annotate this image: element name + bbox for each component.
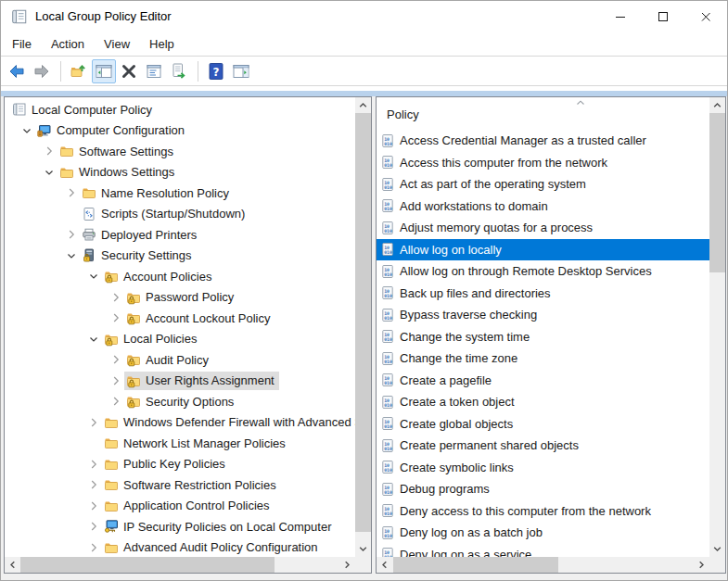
tree-expander-expanded[interactable] bbox=[84, 332, 102, 347]
tree-item-password-policy[interactable]: Password Policy bbox=[5, 287, 355, 309]
tree-expander-collapsed[interactable] bbox=[84, 415, 102, 430]
policy-item-change-the-system-time[interactable]: Change the system time bbox=[377, 326, 709, 348]
tree-expander-collapsed[interactable] bbox=[40, 144, 57, 158]
policy-item-create-a-pagefile[interactable]: Create a pagefile bbox=[377, 370, 709, 392]
tree-item-local-policies[interactable]: Local Policies bbox=[5, 329, 355, 350]
tree-horizontal-scrollbar[interactable] bbox=[5, 557, 355, 573]
policy-item-deny-log-on-as-a-service[interactable]: Deny log on as a service bbox=[377, 544, 709, 558]
toolbar-delete-button[interactable] bbox=[117, 59, 141, 83]
tree-expander-collapsed[interactable] bbox=[84, 477, 102, 492]
close-button[interactable] bbox=[684, 1, 727, 32]
policy-item-deny-log-on-as-a-batch-job[interactable]: Deny log on as a batch job bbox=[377, 522, 709, 544]
menu-help[interactable]: Help bbox=[149, 37, 174, 51]
policy-item-allow-log-on-through-remote-desktop-services[interactable]: Allow log on through Remote Desktop Serv… bbox=[377, 260, 709, 283]
scroll-down-button[interactable] bbox=[709, 541, 725, 557]
tree-expander-collapsed[interactable] bbox=[84, 519, 102, 534]
scroll-left-button[interactable] bbox=[5, 557, 20, 573]
policy-item-create-symbolic-links[interactable]: Create symbolic links bbox=[377, 457, 709, 479]
app-scroll-icon[interactable] bbox=[11, 8, 28, 25]
policy-item-adjust-memory-quotas-for-a-process[interactable]: Adjust memory quotas for a process bbox=[377, 217, 709, 239]
tree-item-computer-configuration[interactable]: Computer Configuration bbox=[5, 120, 355, 142]
chevron-left-icon bbox=[5, 557, 20, 573]
tree-item-ip-security-policies-on-local-computer[interactable]: IP Security Policies on Local Computer bbox=[5, 516, 355, 537]
list-horizontal-scrollbar[interactable] bbox=[377, 557, 709, 573]
tree-expander-collapsed[interactable] bbox=[62, 227, 80, 242]
toolbar-show-action-pane-button[interactable] bbox=[229, 59, 253, 83]
tree-expander-expanded[interactable] bbox=[62, 248, 80, 263]
tree-expander-collapsed[interactable] bbox=[107, 310, 124, 325]
tree-item-security-options[interactable]: Security Options bbox=[5, 391, 355, 412]
scroll-right-button[interactable] bbox=[339, 557, 355, 573]
tree-item-audit-policy[interactable]: Audit Policy bbox=[5, 349, 355, 371]
policy-item-allow-log-on-locally[interactable]: Allow log on locally bbox=[377, 239, 709, 261]
tree-item-name-resolution-policy[interactable]: Name Resolution Policy bbox=[5, 183, 355, 204]
menu-action[interactable]: Action bbox=[51, 37, 84, 51]
minimize-button[interactable] bbox=[599, 1, 642, 32]
tree-expander-collapsed[interactable] bbox=[107, 373, 124, 388]
tree-item-local-computer-policy[interactable]: Local Computer Policy bbox=[5, 99, 355, 120]
tree-item-box: Network List Manager Policies bbox=[102, 434, 290, 452]
policy-item-act-as-part-of-the-operating-system[interactable]: Act as part of the operating system bbox=[377, 173, 709, 196]
chevron-down-icon bbox=[86, 332, 101, 347]
toolbar-back-button[interactable] bbox=[5, 59, 29, 83]
tree-expander-expanded[interactable] bbox=[84, 269, 102, 284]
tree-item-network-list-manager-policies[interactable]: Network List Manager Policies bbox=[5, 433, 355, 454]
tree-item-advanced-audit-policy-configuration[interactable]: Advanced Audit Policy Configuration bbox=[5, 537, 355, 558]
toolbar-properties-button[interactable] bbox=[142, 59, 166, 83]
toolbar-help-button[interactable] bbox=[204, 59, 228, 83]
policy-item-create-global-objects[interactable]: Create global objects bbox=[377, 413, 709, 436]
tree-expander-expanded[interactable] bbox=[40, 165, 57, 180]
tree-item-account-lockout-policy[interactable]: Account Lockout Policy bbox=[5, 308, 355, 329]
policy-item-deny-access-to-this-computer-from-the-network[interactable]: Deny access to this computer from the ne… bbox=[377, 500, 709, 523]
policy-item-access-credential-manager-as-a-trusted-caller[interactable]: Access Credential Manager as a trusted c… bbox=[377, 130, 709, 152]
toolbar-forward-button[interactable] bbox=[30, 59, 54, 83]
tree-expander-collapsed[interactable] bbox=[62, 185, 80, 200]
tree-expander-collapsed[interactable] bbox=[107, 352, 124, 367]
tree-item-security-settings[interactable]: Security Settings bbox=[5, 246, 355, 267]
scroll-up-button[interactable] bbox=[709, 97, 725, 113]
tree-item-account-policies[interactable]: Account Policies bbox=[5, 266, 355, 287]
tree-item-deployed-printers[interactable]: Deployed Printers bbox=[5, 224, 355, 246]
tree-vertical-scrollbar[interactable] bbox=[355, 97, 371, 557]
scrollbar-thumb[interactable] bbox=[709, 113, 725, 272]
toolbar-export-list-button[interactable] bbox=[167, 59, 191, 83]
scrollbar-thumb[interactable] bbox=[393, 557, 558, 573]
window-title: Local Group Policy Editor bbox=[35, 9, 172, 23]
menu-bar: FileActionViewHelp bbox=[1, 32, 727, 57]
policy-item-change-the-time-zone[interactable]: Change the time zone bbox=[377, 347, 709, 370]
tree-expander-collapsed[interactable] bbox=[84, 499, 102, 513]
scrollbar-thumb[interactable] bbox=[20, 557, 275, 573]
menu-file[interactable]: File bbox=[12, 37, 32, 51]
tree-item-public-key-policies[interactable]: Public Key Policies bbox=[5, 454, 355, 475]
policy-column-header[interactable]: Policy bbox=[377, 97, 709, 130]
tree-expander-expanded[interactable] bbox=[18, 123, 35, 138]
tree-item-software-restriction-policies[interactable]: Software Restriction Policies bbox=[5, 474, 355, 496]
scroll-up-button[interactable] bbox=[355, 97, 371, 113]
tree-expander-collapsed[interactable] bbox=[84, 540, 102, 555]
scroll-down-button[interactable] bbox=[355, 541, 371, 557]
toolbar-up-one-level-button[interactable] bbox=[67, 59, 91, 83]
tree-item-user-rights-assignment[interactable]: User Rights Assignment bbox=[5, 371, 355, 392]
scroll-left-button[interactable] bbox=[377, 557, 392, 573]
policy-item-create-permanent-shared-objects[interactable]: Create permanent shared objects bbox=[377, 435, 709, 457]
tree-expander-collapsed[interactable] bbox=[107, 290, 124, 305]
tree-item-windows-defender-firewall-with-advanced-security[interactable]: Windows Defender Firewall with Advanced … bbox=[5, 412, 355, 434]
tree-expander-collapsed[interactable] bbox=[84, 457, 102, 472]
policy-item-back-up-files-and-directories[interactable]: Back up files and directories bbox=[377, 283, 709, 305]
policy-item-access-this-computer-from-the-network[interactable]: Access this computer from the network bbox=[377, 152, 709, 174]
policy-item-add-workstations-to-domain[interactable]: Add workstations to domain bbox=[377, 196, 709, 218]
scroll-right-button[interactable] bbox=[694, 557, 709, 573]
scrollbar-thumb[interactable] bbox=[355, 113, 371, 532]
menu-view[interactable]: View bbox=[104, 37, 130, 51]
policy-item-create-a-token-object[interactable]: Create a token object bbox=[377, 391, 709, 413]
tree-item-software-settings[interactable]: Software Settings bbox=[5, 141, 355, 162]
tree-item-windows-settings[interactable]: Windows Settings bbox=[5, 162, 355, 183]
maximize-button[interactable] bbox=[642, 1, 684, 32]
toolbar-show-console-tree-button[interactable] bbox=[92, 59, 116, 83]
tree-item-application-control-policies[interactable]: Application Control Policies bbox=[5, 496, 355, 517]
list-vertical-scrollbar[interactable] bbox=[709, 97, 725, 557]
tree-item-scripts-startup-shutdown[interactable]: Scripts (Startup/Shutdown) bbox=[5, 204, 355, 225]
policy-item-debug-programs[interactable]: Debug programs bbox=[377, 478, 709, 500]
policy-item-bypass-traverse-checking[interactable]: Bypass traverse checking bbox=[377, 304, 709, 326]
tree-expander-collapsed[interactable] bbox=[107, 394, 124, 409]
